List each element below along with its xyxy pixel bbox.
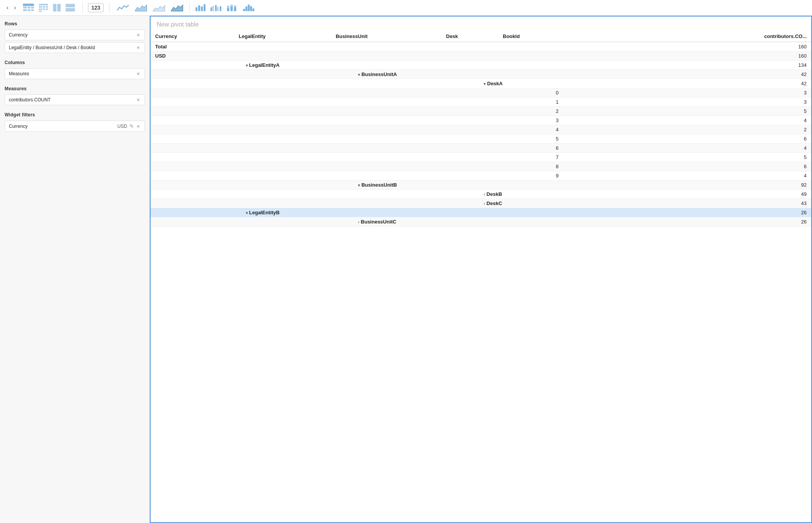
svg-rect-29 xyxy=(217,7,219,11)
row-label-cell: 5 xyxy=(498,134,673,144)
svg-rect-15 xyxy=(53,4,56,12)
empty-cell xyxy=(441,162,498,171)
col-businessunit: BusinessUnit xyxy=(331,31,441,42)
back-button[interactable]: ‹ xyxy=(5,3,10,12)
empty-cell xyxy=(151,217,234,227)
table-row: 64 xyxy=(151,144,811,153)
col-contributors: contributors.CO... xyxy=(673,31,811,42)
rows-pills: Currency × LegalEntity / BusinessUnit / … xyxy=(5,30,145,53)
empty-cell xyxy=(151,144,234,153)
col-currency: Currency xyxy=(151,31,234,42)
svg-marker-19 xyxy=(135,5,147,11)
svg-rect-35 xyxy=(234,7,236,11)
table-row: 03 xyxy=(151,88,811,98)
table-row: 94 xyxy=(151,171,811,180)
empty-cell xyxy=(234,190,331,199)
collapse-icon[interactable]: ▾ xyxy=(358,183,360,187)
empty-cell xyxy=(151,199,234,208)
rows-pill-hierarchy: LegalEntity / BusinessUnit / Desk / Book… xyxy=(5,42,145,53)
empty-cell xyxy=(234,125,331,134)
empty-cell xyxy=(331,153,441,162)
area-dark-chart-icon[interactable] xyxy=(169,2,186,13)
widget-filter-currency-close[interactable]: × xyxy=(136,124,141,129)
columns-pills: Measures × xyxy=(5,68,145,79)
value-cell: 5 xyxy=(673,153,811,162)
svg-rect-10 xyxy=(46,6,48,8)
table-compact-icon[interactable] xyxy=(37,2,50,13)
measures-pills: contributors.COUNT × xyxy=(5,94,145,105)
svg-rect-30 xyxy=(220,6,221,11)
row-label-cell: ▾BusinessUnitB xyxy=(331,180,673,190)
columns-pill-measures-close[interactable]: × xyxy=(136,71,141,76)
row-label-cell: USD xyxy=(151,51,673,61)
number-badge-button[interactable]: 123 xyxy=(88,3,104,12)
measures-pill-count-label: contributors.COUNT xyxy=(9,97,51,103)
value-cell: 49 xyxy=(673,190,811,199)
bar-multi-chart-icon[interactable] xyxy=(225,2,240,13)
rows-pill-currency-label: Currency xyxy=(9,32,28,38)
widget-filter-currency-edit[interactable]: ✎ xyxy=(129,123,134,129)
svg-rect-17 xyxy=(66,4,75,7)
empty-cell xyxy=(441,125,498,134)
svg-rect-34 xyxy=(230,5,233,7)
empty-cell xyxy=(151,61,234,70)
collapse-icon[interactable]: ▾ xyxy=(484,82,486,86)
svg-rect-37 xyxy=(243,9,245,11)
bar-grouped-chart-icon[interactable] xyxy=(208,2,224,13)
svg-rect-36 xyxy=(234,5,236,7)
collapse-icon[interactable]: ▾ xyxy=(358,73,360,77)
empty-cell xyxy=(441,153,498,162)
rows-pill-hierarchy-close[interactable]: × xyxy=(136,45,141,50)
svg-rect-25 xyxy=(204,4,205,11)
row-label-cell: ›DeskC xyxy=(441,199,673,208)
table-cols-icon[interactable] xyxy=(51,2,63,13)
empty-cell xyxy=(234,171,331,180)
empty-cell xyxy=(234,180,331,190)
svg-rect-7 xyxy=(39,4,48,5)
value-cell: 160 xyxy=(673,51,811,61)
table-full-icon[interactable] xyxy=(21,2,36,13)
widget-filter-currency-label: Currency xyxy=(9,124,28,129)
expand-icon[interactable]: › xyxy=(484,202,485,206)
row-label-cell: ▾BusinessUnitA xyxy=(331,70,673,79)
expand-icon[interactable]: › xyxy=(358,220,359,224)
histogram-chart-icon[interactable] xyxy=(241,2,257,13)
svg-rect-18 xyxy=(66,8,75,12)
expand-icon[interactable]: › xyxy=(484,192,485,197)
collapse-icon[interactable]: ▾ xyxy=(246,63,248,68)
empty-cell xyxy=(441,144,498,153)
svg-rect-40 xyxy=(250,6,252,11)
table-row: 42 xyxy=(151,125,811,134)
table-row: 13 xyxy=(151,98,811,107)
area-light-chart-icon[interactable] xyxy=(151,2,168,13)
svg-rect-14 xyxy=(39,11,42,12)
row-label-cell: ▾LegalEntityA xyxy=(234,61,673,70)
measures-pill-count-close[interactable]: × xyxy=(136,97,141,103)
area-chart-icon[interactable] xyxy=(133,2,150,13)
rows-pill-currency: Currency × xyxy=(5,30,145,40)
row-label-cell: 9 xyxy=(498,171,673,180)
measures-section-title: Measures xyxy=(5,86,145,91)
toolbar: ‹ › xyxy=(0,0,812,16)
empty-cell xyxy=(331,107,441,116)
empty-cell xyxy=(151,171,234,180)
bar-chart-icon[interactable] xyxy=(193,2,207,13)
empty-cell xyxy=(151,79,234,88)
empty-cell xyxy=(331,134,441,144)
value-cell: 43 xyxy=(673,199,811,208)
main-layout: Rows Currency × LegalEntity / BusinessUn… xyxy=(0,16,812,523)
line-chart-icon[interactable] xyxy=(115,2,132,13)
empty-cell xyxy=(234,98,331,107)
forward-button[interactable]: › xyxy=(12,3,18,12)
rows-pill-currency-close[interactable]: × xyxy=(136,32,141,38)
row-label-cell: Total xyxy=(151,42,673,51)
separator-2 xyxy=(109,2,109,13)
collapse-icon[interactable]: ▾ xyxy=(246,211,248,215)
separator-3 xyxy=(189,2,190,13)
columns-pill-measures-label: Measures xyxy=(9,71,29,76)
separator-1 xyxy=(82,2,83,13)
rows-pill-hierarchy-label: LegalEntity / BusinessUnit / Desk / Book… xyxy=(9,45,95,50)
left-panel: Rows Currency × LegalEntity / BusinessUn… xyxy=(0,16,150,523)
svg-rect-3 xyxy=(31,7,34,8)
table-rows-icon[interactable] xyxy=(64,2,77,13)
